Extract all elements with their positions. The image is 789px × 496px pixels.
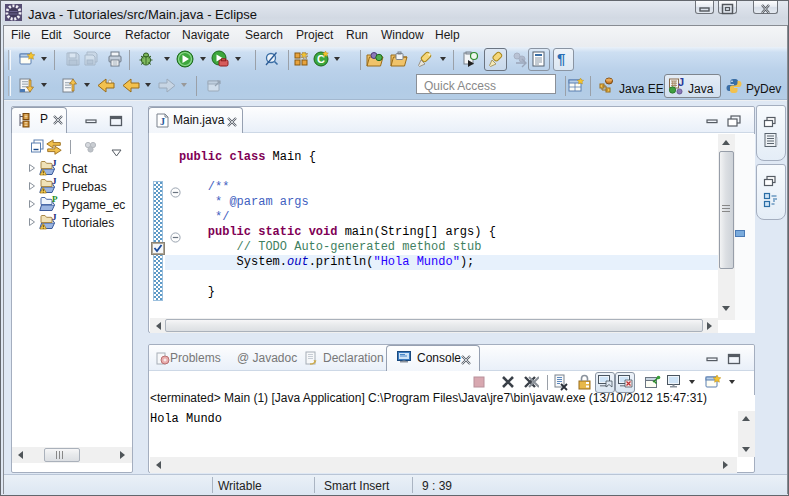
svg-text:J: J xyxy=(678,77,684,88)
svg-text:J: J xyxy=(160,116,165,127)
svg-text:J: J xyxy=(52,159,57,168)
svg-text:J: J xyxy=(52,213,57,222)
svg-text:P: P xyxy=(52,195,58,204)
svg-text:J: J xyxy=(52,177,57,186)
